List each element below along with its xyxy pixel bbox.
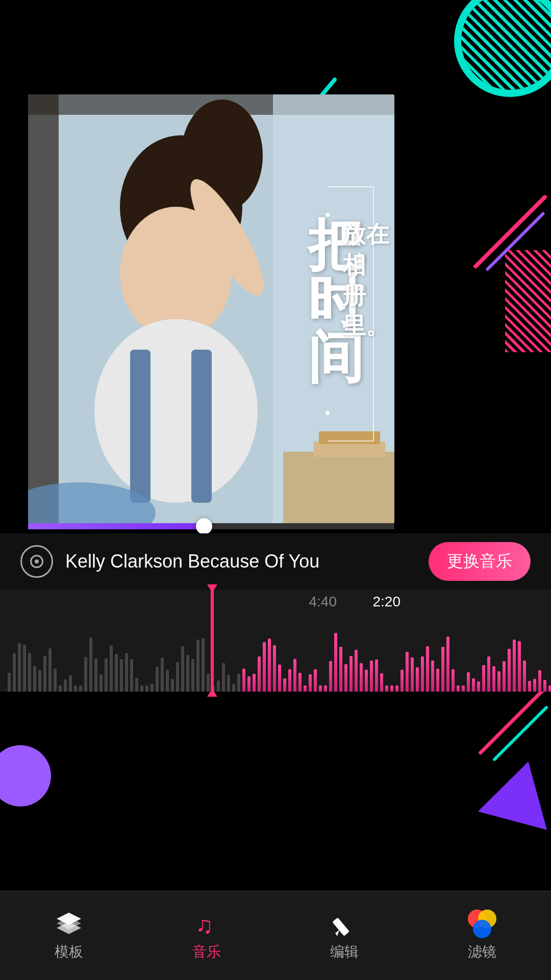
svg-rect-20 [332, 917, 349, 936]
waveform-bar [344, 664, 347, 692]
waveform-bar [400, 670, 404, 692]
waveform-bar [140, 685, 143, 692]
playhead[interactable] [211, 590, 214, 692]
svg-point-8 [94, 319, 258, 503]
overlay-small-1: 放在 [342, 219, 389, 250]
waveform-bar [426, 646, 429, 692]
waveform-bar [156, 667, 159, 692]
waveform-bar [191, 659, 194, 692]
waveform-bar [538, 670, 541, 692]
waveform-bar [237, 674, 240, 692]
waveform-bar [497, 671, 500, 692]
waveform-bar [324, 685, 327, 692]
waveform-bar [298, 673, 302, 692]
waveform-bar [54, 669, 57, 692]
waveform-bar [247, 676, 251, 692]
waveform-bar [64, 679, 67, 692]
waveform-bar [416, 667, 419, 692]
svg-rect-10 [191, 350, 212, 503]
nav-label-music: 音乐 [192, 942, 221, 962]
waveform-bar [370, 660, 373, 692]
waveform-bar [319, 685, 322, 692]
waveform-bar [339, 647, 342, 692]
waveform-bar [130, 659, 133, 692]
waveform-bar [467, 672, 470, 692]
waveform-bar [28, 653, 31, 692]
waveform-bar [161, 657, 164, 692]
waveform-bar [18, 643, 21, 692]
nav-label-template: 模板 [55, 942, 83, 962]
waveform-bar [293, 659, 296, 692]
waveform-bar [8, 673, 11, 692]
overlay-small-2: 相 [342, 250, 389, 281]
waveform-bar [421, 656, 424, 692]
waveform-bar [176, 662, 179, 692]
waveform-bar [288, 669, 291, 692]
svg-rect-9 [130, 350, 151, 503]
waveform-bar [452, 669, 455, 692]
waveform-bar [329, 661, 332, 692]
waveform-time-left: 4:40 [309, 594, 337, 610]
overlay-small-4: 里。 [342, 311, 389, 341]
deco-circle-purple [0, 745, 51, 806]
nav-item-filter[interactable]: 滤镜 [413, 891, 551, 980]
waveform-bar [334, 633, 337, 692]
waveform-bar [268, 639, 271, 692]
svg-marker-21 [335, 930, 339, 936]
waveform-bar [59, 685, 62, 692]
photo-preview: 把 时 间 放在 相 册 里。 [28, 94, 394, 523]
waveform-bar [74, 685, 77, 692]
waveform-area[interactable]: 4:40 2:20 [0, 590, 551, 692]
waveform-bar [395, 685, 398, 692]
waveform-bar [227, 675, 230, 692]
overlay-small-text: 放在 相 册 里。 [342, 219, 389, 341]
music-note-icon: ♫ [192, 910, 221, 938]
waveform-bar [543, 680, 546, 692]
progress-bar[interactable] [28, 523, 394, 529]
bottom-nav: 模板 ♫ 音乐 编辑 滤镜 [0, 891, 551, 980]
waveform-bar [202, 638, 205, 692]
waveform-bar [253, 674, 256, 692]
deco-line-pink3 [478, 680, 551, 755]
change-music-button[interactable]: 更换音乐 [429, 542, 531, 581]
waveform-bar [508, 649, 511, 692]
waveform-bar [492, 666, 495, 692]
waveform-bar [380, 673, 383, 692]
waveform-bar [23, 645, 26, 692]
waveform-bar [110, 645, 113, 692]
waveform-bar [43, 656, 46, 692]
waveform-bar [375, 659, 378, 692]
waveform-bar [283, 678, 286, 692]
progress-thumb[interactable] [196, 518, 212, 534]
waveform-bar [242, 669, 245, 692]
waveform-bar [99, 674, 103, 692]
overlay-small-3: 册 [342, 281, 389, 311]
waveform-bar [472, 678, 475, 692]
photo-background: 把 时 间 放在 相 册 里。 [28, 94, 394, 523]
waveform-bar [13, 653, 16, 692]
nav-item-edit[interactable]: 编辑 [276, 891, 413, 980]
waveform-bar [523, 660, 526, 692]
svg-rect-12 [283, 452, 394, 523]
svg-text:♫: ♫ [195, 912, 213, 937]
waveform-bar [411, 657, 414, 692]
waveform-bar [84, 657, 87, 692]
waveform-bar [457, 685, 460, 692]
waveform-bar [477, 681, 480, 692]
waveform-bar [69, 675, 72, 692]
waveform-bar [482, 665, 485, 692]
waveform-bar [222, 663, 225, 692]
waveform-bar [503, 661, 506, 692]
waveform-bar [115, 654, 118, 692]
waveform-bar [513, 640, 516, 692]
waveform-bar [406, 652, 409, 692]
waveform-bar [196, 640, 199, 692]
waveform-bar [232, 684, 235, 692]
template-icon [55, 910, 83, 938]
nav-item-music[interactable]: ♫ 音乐 [138, 891, 276, 980]
waveform-bar [446, 636, 449, 692]
waveform-bar [120, 659, 123, 692]
waveform-bar [390, 685, 393, 692]
waveform-bar [89, 638, 92, 692]
nav-item-template[interactable]: 模板 [0, 891, 138, 980]
